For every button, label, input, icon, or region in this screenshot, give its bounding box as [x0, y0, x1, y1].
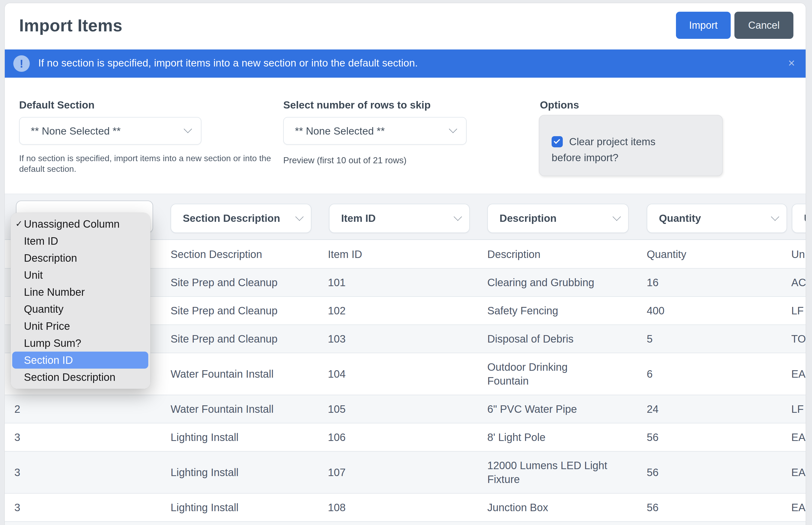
default-section-helper: If no section is specified, import items… [19, 153, 277, 175]
clear-items-label: Clear project items before import? [551, 134, 685, 165]
table-row: 2Water Fountain Install1056" PVC Water P… [5, 395, 806, 423]
table-cell: TO [791, 325, 806, 352]
table-cell: Clearing and Grubbing [487, 269, 647, 296]
info-icon: ! [13, 55, 30, 72]
default-section-value: ** None Selected ** [31, 125, 121, 137]
table-cell: EA [791, 423, 806, 451]
column-mapping-value: Description [500, 212, 557, 224]
options-panel: Clear project items before import? [539, 115, 723, 176]
menu-item-label: Unit Price [24, 320, 70, 332]
table-cell: 56 [647, 423, 791, 451]
cancel-button[interactable]: Cancel [734, 12, 793, 39]
table-cell: Site Prep and Cleanup [171, 325, 328, 352]
table-cell: Quantity [647, 240, 791, 268]
table-cell: LF [791, 297, 806, 325]
banner-close-icon[interactable]: × [788, 56, 795, 70]
table-cell: Junction Box [487, 494, 647, 521]
menu-item-label: Item ID [24, 235, 58, 247]
table-cell: Item ID [328, 240, 487, 268]
table-cell: Water Fountain Install [171, 395, 328, 423]
menu-item[interactable]: Section ID [12, 351, 148, 369]
default-section-label: Default Section [19, 99, 95, 111]
table-cell: Outdoor Drinking Fountain [487, 353, 647, 395]
table-row: 3Lighting Install10712000 Lumens LED Lig… [5, 452, 806, 494]
menu-item-label: Quantity [24, 303, 63, 315]
table-cell: Safety Fencing [487, 297, 647, 325]
page-title: Import Items [19, 16, 123, 36]
table-cell: Un [791, 240, 806, 268]
column-mapping-value: Item ID [341, 212, 376, 224]
table-row: 3Lighting Install1068' Light Pole56EA [5, 423, 806, 452]
column-mapping-select-3[interactable]: Item ID [329, 204, 470, 233]
table-cell: 6 [647, 360, 791, 388]
menu-item[interactable]: Unit Price [12, 317, 148, 334]
table-cell: Disposal of Debris [487, 325, 647, 352]
table-row: 3Lighting Install108Junction Box56EA [5, 494, 806, 522]
rows-to-skip-value: ** None Selected ** [295, 125, 385, 137]
table-cell: 24 [647, 395, 791, 423]
table-cell: LF [791, 395, 806, 423]
column-mapping-value: U [804, 212, 806, 224]
table-cell: EA [791, 459, 806, 486]
table-cell: 8' Light Pole [487, 423, 647, 451]
menu-item[interactable]: Unit [12, 267, 148, 284]
column-mapping-select-5[interactable]: Quantity [647, 204, 787, 233]
modal-header: Import Items Import Cancel [5, 3, 806, 49]
column-mapping-select-2[interactable]: Section Description [171, 204, 311, 233]
options-label: Options [540, 99, 579, 111]
table-cell: Description [487, 240, 647, 268]
menu-item[interactable]: Item ID [12, 232, 148, 250]
table-cell: 104 [328, 360, 487, 388]
menu-item-label: Unassigned Column [24, 218, 120, 230]
chevron-down-icon [449, 125, 457, 133]
table-cell: Lighting Install [171, 494, 328, 521]
column-mapping-menu: ✓Unassigned ColumnItem IDDescriptionUnit… [11, 213, 151, 389]
column-mapping-select-4[interactable]: Description [487, 204, 629, 233]
rows-to-skip-select[interactable]: ** None Selected ** [283, 117, 467, 145]
column-mapping-value: Section Description [183, 212, 280, 224]
default-section-select[interactable]: ** None Selected ** [19, 117, 201, 145]
menu-item-label: Unit [24, 269, 43, 281]
clear-items-checkbox[interactable] [551, 136, 563, 147]
table-cell: 3 [14, 423, 171, 451]
info-banner: ! If no section is specified, import ite… [5, 49, 806, 78]
menu-item-label: Lump Sum? [24, 337, 81, 349]
next-row-sliver [5, 522, 806, 525]
table-cell: Lighting Install [171, 459, 328, 486]
table-cell: Site Prep and Cleanup [171, 269, 328, 296]
table-cell: 107 [328, 459, 487, 486]
table-cell: Lighting Install [171, 423, 328, 451]
import-button[interactable]: Import [676, 12, 731, 39]
table-cell: 105 [328, 395, 487, 423]
table-cell: 108 [328, 494, 487, 521]
menu-item-label: Description [24, 252, 77, 264]
table-cell: 106 [328, 423, 487, 451]
menu-item[interactable]: Lump Sum? [12, 334, 148, 351]
chevron-down-icon [612, 212, 621, 221]
menu-item[interactable]: Line Number [12, 284, 148, 301]
menu-item[interactable]: Quantity [12, 301, 148, 317]
menu-item-label: Line Number [24, 286, 85, 298]
menu-item[interactable]: Description [12, 250, 148, 267]
table-cell: 400 [647, 297, 791, 325]
chevron-down-icon [184, 125, 192, 133]
table-cell: 102 [328, 297, 487, 325]
table-cell: 3 [14, 459, 171, 486]
column-mapping-value: Quantity [659, 212, 701, 224]
table-cell: 2 [14, 395, 171, 423]
table-cell: EA [791, 360, 806, 388]
menu-item-label: Section Description [24, 371, 115, 383]
menu-item[interactable]: ✓Unassigned Column [12, 215, 148, 232]
table-cell: 5 [647, 325, 791, 352]
rows-to-skip-label: Select number of rows to skip [283, 99, 431, 111]
table-cell: Section Description [171, 240, 328, 268]
table-cell: 12000 Lumens LED Light Fixture [487, 452, 647, 493]
check-icon: ✓ [15, 215, 22, 232]
table-cell: 56 [647, 494, 791, 521]
chevron-down-icon [454, 212, 462, 221]
menu-item-label: Section ID [24, 354, 73, 366]
menu-item[interactable]: Section Description [12, 369, 148, 386]
chevron-down-icon [771, 212, 779, 221]
table-cell: 103 [328, 325, 487, 352]
column-mapping-select-6[interactable]: U [792, 204, 806, 233]
